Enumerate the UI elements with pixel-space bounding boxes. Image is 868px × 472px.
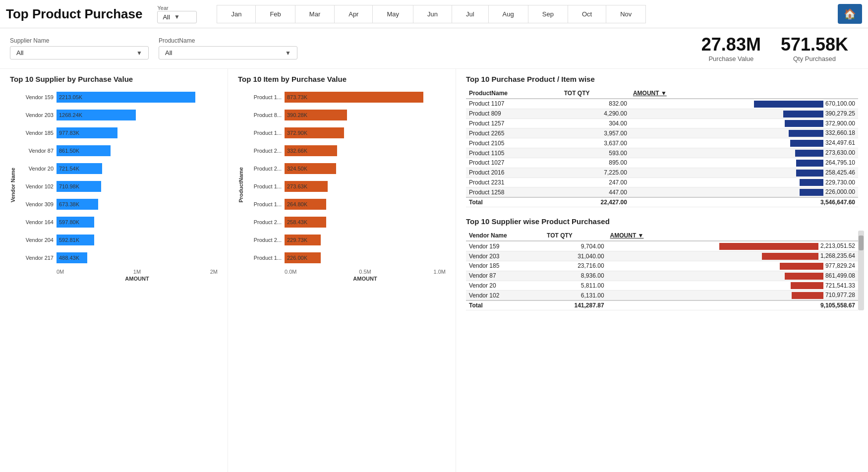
bar-fill: 861.50K bbox=[57, 145, 111, 156]
item-y-axis-label: ProductName bbox=[238, 167, 244, 203]
bar-row: Product 2...229.73K bbox=[246, 231, 446, 249]
bar-fill: 2213.05K bbox=[57, 92, 195, 103]
month-tab-nov[interactable]: Nov bbox=[606, 5, 646, 23]
bar-row: Vendor 204592.81K bbox=[18, 231, 218, 249]
bar-fill: 332.66K bbox=[285, 145, 337, 156]
table-row: Vendor 1026,131.00710,977.28 bbox=[466, 291, 858, 300]
month-tab-oct[interactable]: Oct bbox=[568, 5, 606, 23]
product-amount-cell: 273,630.00 bbox=[630, 148, 858, 158]
supplier-qty-cell: 31,040.00 bbox=[544, 251, 607, 261]
product-dropdown[interactable]: All ▼ bbox=[159, 46, 297, 59]
supplier-amount-cell: 721,541.33 bbox=[607, 281, 858, 291]
bar-value: 977.83K bbox=[59, 130, 79, 136]
table-row: Vendor 205,811.00721,541.33 bbox=[466, 281, 858, 291]
supplier-name-cell: Vendor 102 bbox=[466, 291, 544, 300]
product-filter-label: ProductName bbox=[159, 37, 297, 44]
bar-fill: 597.80K bbox=[57, 217, 94, 228]
month-tab-feb[interactable]: Feb bbox=[255, 5, 294, 23]
month-tab-mar[interactable]: Mar bbox=[295, 5, 334, 23]
bar-label: Vendor 204 bbox=[18, 237, 54, 243]
bar-container: 597.80K bbox=[57, 217, 218, 228]
bar-value: 597.80K bbox=[59, 219, 79, 225]
month-tab-sep[interactable]: Sep bbox=[528, 5, 568, 23]
chevron-down-icon: ▼ bbox=[285, 50, 291, 57]
bar-value: 873.73K bbox=[287, 94, 307, 100]
month-tab-jul[interactable]: Jul bbox=[452, 5, 488, 23]
bar-label: Product 1... bbox=[246, 201, 282, 207]
supplier-qty-cell: 8,936.00 bbox=[544, 271, 607, 281]
bar-row: Vendor 164597.80K bbox=[18, 213, 218, 231]
month-tab-aug[interactable]: Aug bbox=[488, 5, 528, 23]
bar-fill: 592.81K bbox=[57, 235, 94, 245]
bar-label: Product 1... bbox=[246, 130, 282, 136]
product-filter-value: All bbox=[165, 49, 172, 57]
bar-value: 488.43K bbox=[59, 255, 79, 261]
bar-row: Product 1...273.63K bbox=[246, 177, 446, 195]
bar-fill: 226.00K bbox=[285, 252, 321, 263]
product-name-cell: Product 1257 bbox=[466, 118, 561, 128]
month-tab-jun[interactable]: Jun bbox=[413, 5, 452, 23]
total-row: Total22,427.003,546,647.60 bbox=[466, 197, 858, 207]
table-row: Product 21053,637.00324,497.61 bbox=[466, 138, 858, 148]
item-bar-chart: Product 1...873.73KProduct 8...390.28KPr… bbox=[246, 88, 446, 267]
bar-value: 226.00K bbox=[287, 255, 307, 261]
page-title: Top Product Purchase bbox=[6, 6, 142, 22]
bar-row: Vendor 20721.54K bbox=[18, 160, 218, 177]
product-col-qty: TOT QTY bbox=[561, 88, 630, 99]
bar-value: 721.54K bbox=[59, 166, 79, 172]
bar-container: 372.90K bbox=[285, 127, 446, 138]
product-qty-cell: 304.00 bbox=[561, 118, 630, 128]
bar-container: 264.80K bbox=[285, 199, 446, 210]
bar-value: 258.43K bbox=[287, 219, 307, 225]
month-tab-jan[interactable]: Jan bbox=[217, 5, 255, 23]
bar-label: Vendor 20 bbox=[18, 166, 54, 172]
bar-label: Vendor 309 bbox=[18, 201, 54, 207]
bar-fill: 977.83K bbox=[57, 127, 117, 138]
right-panel: Top 10 Purchase Product / Item wise Prod… bbox=[456, 69, 868, 472]
month-tab-apr[interactable]: Apr bbox=[334, 5, 372, 23]
bar-container: 226.00K bbox=[285, 252, 446, 263]
bar-label: Vendor 203 bbox=[18, 112, 54, 118]
product-amount-cell: 264,795.10 bbox=[630, 158, 858, 168]
bar-fill: 229.73K bbox=[285, 235, 321, 245]
bar-container: 390.28K bbox=[285, 110, 446, 120]
bar-value: 324.50K bbox=[287, 166, 307, 172]
supplier-dropdown[interactable]: All ▼ bbox=[10, 46, 149, 59]
product-col-amount: AMOUNT ▼ bbox=[630, 88, 858, 99]
total-row: Total141,287.879,105,558.67 bbox=[466, 300, 858, 310]
supplier-name-cell: Vendor 203 bbox=[466, 251, 544, 261]
product-amount-cell: 324,497.61 bbox=[630, 138, 858, 148]
month-tab-may[interactable]: May bbox=[372, 5, 413, 23]
product-amount-cell: 372,900.00 bbox=[630, 118, 858, 128]
supplier-amount-cell: 2,213,051.52 bbox=[607, 241, 858, 251]
bar-fill: 372.90K bbox=[285, 127, 344, 138]
supplier-col-amount: AMOUNT ▼ bbox=[607, 231, 858, 241]
bar-row: Vendor 217488.43K bbox=[18, 249, 218, 267]
purchase-value-label: Purchase Value bbox=[708, 55, 753, 62]
product-table-title: Top 10 Purchase Product / Item wise bbox=[466, 75, 858, 83]
item-chart-panel: Top 10 Item by Purchase Value ProductNam… bbox=[228, 69, 456, 472]
product-qty-cell: 447.00 bbox=[561, 187, 630, 197]
product-col-name: ProductName bbox=[466, 88, 561, 99]
table-row: Vendor 20331,040.001,268,235.64 bbox=[466, 251, 858, 261]
chevron-down-icon: ▼ bbox=[174, 13, 180, 20]
bar-row: Product 2...324.50K bbox=[246, 160, 446, 177]
bar-value: 372.90K bbox=[287, 130, 307, 136]
bar-label: Vendor 185 bbox=[18, 130, 54, 136]
bar-label: Product 8... bbox=[246, 112, 282, 118]
table-row: Vendor 1599,704.002,213,051.52 bbox=[466, 241, 858, 251]
bar-row: Product 1...264.80K bbox=[246, 195, 446, 213]
bar-row: Vendor 185977.83K bbox=[18, 124, 218, 142]
table-row: Product 2231247.00229,730.00 bbox=[466, 177, 858, 187]
bar-fill: 1268.24K bbox=[57, 110, 136, 120]
bar-container: 873.73K bbox=[285, 92, 446, 103]
product-name-cell: Product 2265 bbox=[466, 128, 561, 138]
bar-value: 673.38K bbox=[59, 201, 79, 207]
home-button[interactable]: 🏠 bbox=[838, 4, 862, 24]
supplier-col-qty: TOT QTY bbox=[544, 231, 607, 241]
bar-container: 273.63K bbox=[285, 181, 446, 192]
product-name-cell: Product 1105 bbox=[466, 148, 561, 158]
table-row: Product 1027895.00264,795.10 bbox=[466, 158, 858, 168]
year-dropdown[interactable]: All ▼ bbox=[157, 11, 197, 23]
bar-container: 332.66K bbox=[285, 145, 446, 156]
